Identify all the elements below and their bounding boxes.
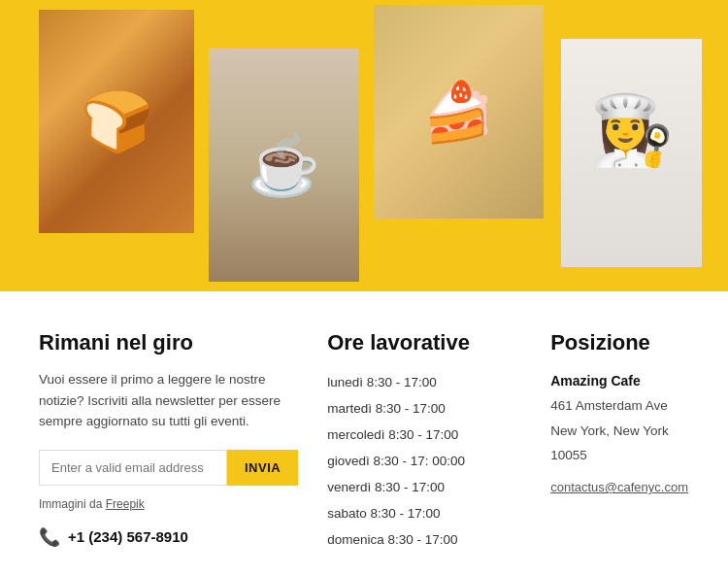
submit-button[interactable]: INVIA [227, 450, 298, 486]
phone-row: 📞 +1 (234) 567-8910 [39, 526, 298, 548]
hours-list-item: domenica 8:30 - 17:00 [327, 526, 521, 553]
hours-list-item: martedì 8:30 - 17:00 [327, 395, 521, 422]
hours-title: Ore lavorative [327, 330, 521, 355]
bread-image [39, 10, 194, 233]
email-input[interactable] [39, 450, 227, 486]
hours-list-item: mercoledì 8:30 - 17:00 [327, 422, 521, 448]
freepik-credit: Immagini da Freepik [39, 497, 298, 511]
location-email[interactable]: contactus@cafenyc.com [550, 480, 688, 494]
location-address: 461 Amsterdam Ave New York, New York 100… [550, 393, 689, 468]
gallery-section [0, 0, 728, 291]
phone-icon: 📞 [39, 526, 60, 548]
hours-list-item: lunedì 8:30 - 17:00 [327, 369, 521, 395]
location-name: Amazing Cafe [550, 369, 689, 393]
phone-number: +1 (234) 567-8910 [68, 528, 188, 545]
hours-list-item: venerdì 8:30 - 17:00 [327, 474, 521, 500]
bottom-content: Rimani nel giro Vuoi essere il primo a l… [0, 291, 728, 575]
hours-column: Ore lavorative lunedì 8:30 - 17:00marted… [327, 330, 550, 553]
email-form: INVIA [39, 450, 298, 486]
location-column: Posizione Amazing Cafe 461 Amsterdam Ave… [550, 330, 689, 553]
hours-list-item: giovedì 8:30 - 17: 00:00 [327, 448, 521, 474]
hours-list-item: sabato 8:30 - 17:00 [327, 500, 521, 526]
cake-image [374, 5, 544, 219]
newsletter-column: Rimani nel giro Vuoi essere il primo a l… [39, 330, 327, 553]
location-title: Posizione [550, 330, 689, 355]
freepik-link[interactable]: Freepik [106, 497, 145, 511]
newsletter-description: Vuoi essere il primo a leggere le nostre… [39, 369, 298, 432]
coffee-image [209, 49, 359, 282]
chef-image [561, 39, 702, 267]
address-line2: New York, New York 10055 [550, 423, 669, 463]
hours-list: lunedì 8:30 - 17:00martedì 8:30 - 17:00m… [327, 369, 521, 553]
address-line1: 461 Amsterdam Ave [550, 398, 668, 413]
newsletter-title: Rimani nel giro [39, 330, 298, 355]
